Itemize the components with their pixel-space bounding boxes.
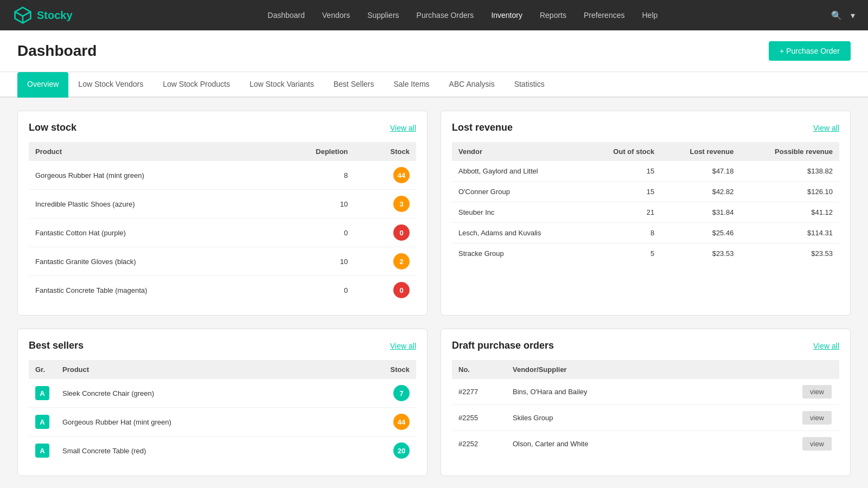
low-stock-col-stock: Stock <box>354 142 416 161</box>
vendor-name: Steuber Inc <box>452 202 585 223</box>
page-header: Dashboard + Purchase Order <box>0 30 868 72</box>
tab-overview[interactable]: Overview <box>17 72 68 98</box>
table-row: A Gorgeous Rubber Hat (mint green) 44 <box>29 408 416 436</box>
tab-low-stock-products[interactable]: Low Stock Products <box>153 72 240 98</box>
vendor-name: O'Conner Group <box>452 182 585 202</box>
view-btn-cell: view <box>796 405 839 431</box>
purchase-order-button[interactable]: + Purchase Order <box>769 41 851 61</box>
best-sellers-header: Best sellers View all <box>29 340 416 351</box>
low-stock-col-product: Product <box>29 142 268 161</box>
low-stock-table: Product Depletion Stock Gorgeous Rubber … <box>29 142 416 304</box>
tab-statistics[interactable]: Statistics <box>505 72 554 98</box>
lost-revenue-value: $31.84 <box>661 202 740 223</box>
stock-badge-cell: 3 <box>354 190 416 219</box>
nav-right: 🔍 ▾ <box>831 10 855 21</box>
grade-badge: A <box>35 444 49 458</box>
table-row: Stracke Group 5 $23.53 $23.53 <box>452 243 839 264</box>
table-row: #2252 Olson, Carter and White view <box>452 431 839 457</box>
search-icon[interactable]: 🔍 <box>831 10 842 21</box>
nav-vendors[interactable]: Vendors <box>314 0 359 30</box>
tab-low-stock-vendors[interactable]: Low Stock Vendors <box>68 72 153 98</box>
table-row: Fantastic Cotton Hat (purple) 0 0 <box>29 219 416 247</box>
lost-revenue-value: $47.18 <box>661 161 740 182</box>
grade-cell: A <box>29 436 56 465</box>
nav-purchase-orders[interactable]: Purchase Orders <box>408 0 483 30</box>
stock-badge: 3 <box>393 196 410 212</box>
grade-cell: A <box>29 379 56 408</box>
nav-inventory[interactable]: Inventory <box>482 0 531 30</box>
table-row: O'Conner Group 15 $42.82 $126.10 <box>452 182 839 202</box>
logo[interactable]: Stocky <box>13 5 73 25</box>
lost-revenue-col-vendor: Vendor <box>452 142 585 161</box>
best-sellers-col-product: Product <box>56 360 341 379</box>
chevron-down-icon[interactable]: ▾ <box>851 10 855 21</box>
stock-badge: 0 <box>393 282 410 298</box>
stock-badge: 0 <box>393 224 410 241</box>
tab-sale-items[interactable]: Sale Items <box>384 72 439 98</box>
lost-revenue-col-lost: Lost revenue <box>661 142 740 161</box>
tab-abc-analysis[interactable]: ABC Analysis <box>439 72 505 98</box>
view-order-button[interactable]: view <box>802 411 832 425</box>
lost-revenue-value: $25.46 <box>661 223 740 243</box>
nav-dashboard[interactable]: Dashboard <box>259 0 314 30</box>
table-row: Fantastic Concrete Table (magenta) 0 0 <box>29 276 416 305</box>
vendor-name: Stracke Group <box>452 243 585 264</box>
table-row: #2255 Skiles Group view <box>452 405 839 431</box>
view-order-button[interactable]: view <box>802 385 832 399</box>
best-sellers-title: Best sellers <box>29 340 84 351</box>
table-row: Gorgeous Rubber Hat (mint green) 8 44 <box>29 161 416 190</box>
best-sellers-view-all[interactable]: View all <box>390 342 416 350</box>
tab-best-sellers[interactable]: Best Sellers <box>324 72 384 98</box>
out-of-stock-value: 15 <box>585 182 661 202</box>
table-row: A Sleek Concrete Chair (green) 7 <box>29 379 416 408</box>
vendor-name: Abbott, Gaylord and Littel <box>452 161 585 182</box>
lost-revenue-value: $42.82 <box>661 182 740 202</box>
depletion-value: 0 <box>268 276 354 305</box>
table-row: Abbott, Gaylord and Littel 15 $47.18 $13… <box>452 161 839 182</box>
draft-orders-header: Draft purchase orders View all <box>452 340 839 351</box>
grade-badge: A <box>35 386 49 400</box>
low-stock-card: Low stock View all Product Depletion Sto… <box>17 111 427 316</box>
possible-revenue-value: $23.53 <box>740 243 839 264</box>
navbar: Stocky Dashboard Vendors Suppliers Purch… <box>0 0 868 30</box>
nav-links: Dashboard Vendors Suppliers Purchase Ord… <box>94 0 831 30</box>
stock-badge: 7 <box>393 385 410 401</box>
table-row: Fantastic Granite Gloves (black) 10 2 <box>29 247 416 276</box>
vendor-supplier-name: Skiles Group <box>506 405 796 431</box>
product-name: Fantastic Cotton Hat (purple) <box>29 219 268 247</box>
stock-badge-cell: 44 <box>341 408 416 436</box>
stock-badge-cell: 0 <box>354 219 416 247</box>
lost-revenue-card: Lost revenue View all Vendor Out of stoc… <box>441 111 851 316</box>
product-name: Gorgeous Rubber Hat (mint green) <box>56 408 341 436</box>
draft-orders-col-vendor: Vendor/Supplier <box>506 360 796 379</box>
logo-text: Stocky <box>37 9 73 22</box>
vendor-supplier-name: Olson, Carter and White <box>506 431 796 457</box>
view-order-button[interactable]: view <box>802 437 832 451</box>
nav-help[interactable]: Help <box>633 0 666 30</box>
draft-orders-view-all[interactable]: View all <box>813 342 839 350</box>
depletion-value: 10 <box>268 190 354 219</box>
main-content: Low stock View all Product Depletion Sto… <box>0 98 868 488</box>
product-name: Incredible Plastic Shoes (azure) <box>29 190 268 219</box>
best-sellers-col-grade: Gr. <box>29 360 56 379</box>
nav-reports[interactable]: Reports <box>531 0 575 30</box>
product-name: Gorgeous Rubber Hat (mint green) <box>29 161 268 190</box>
out-of-stock-value: 5 <box>585 243 661 264</box>
stock-badge-cell: 0 <box>354 276 416 305</box>
depletion-value: 10 <box>268 247 354 276</box>
lost-revenue-view-all[interactable]: View all <box>813 124 839 132</box>
nav-suppliers[interactable]: Suppliers <box>359 0 407 30</box>
best-sellers-card: Best sellers View all Gr. Product Stock … <box>17 329 427 476</box>
lost-revenue-col-possible: Possible revenue <box>740 142 839 161</box>
nav-preferences[interactable]: Preferences <box>575 0 633 30</box>
tab-low-stock-variants[interactable]: Low Stock Variants <box>240 72 324 98</box>
stock-badge-cell: 20 <box>341 436 416 465</box>
product-name: Sleek Concrete Chair (green) <box>56 379 341 408</box>
grade-cell: A <box>29 408 56 436</box>
draft-orders-table: No. Vendor/Supplier #2277 Bins, O'Hara a… <box>452 360 839 457</box>
tabs-bar: Overview Low Stock Vendors Low Stock Pro… <box>0 72 868 98</box>
view-btn-cell: view <box>796 379 839 405</box>
vendor-supplier-name: Bins, O'Hara and Bailey <box>506 379 796 405</box>
vendor-name: Lesch, Adams and Kuvalis <box>452 223 585 243</box>
low-stock-view-all[interactable]: View all <box>390 124 416 132</box>
